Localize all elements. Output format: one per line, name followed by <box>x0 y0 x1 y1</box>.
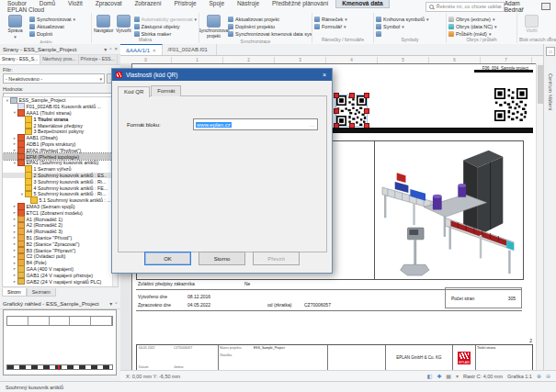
parts-management-icon <box>8 15 22 28</box>
navigator-button[interactable]: Navigátor <box>94 14 113 37</box>
dialog-tab[interactable]: Formát <box>151 85 181 96</box>
conveyor-3d-view[interactable] <box>376 142 522 277</box>
dialog-tab[interactable]: Kód QR <box>118 86 150 97</box>
panel-tab[interactable]: Přístroje - ESS... <box>79 55 118 64</box>
macro-create-icon <box>117 15 130 28</box>
drill-block-icon <box>525 15 539 28</box>
tree-item-icon <box>10 97 17 105</box>
apply-button[interactable]: Převzít <box>253 252 300 265</box>
grid-dropdown-icon[interactable]: ▾ <box>456 373 459 379</box>
zoom-in-icon[interactable]: ⊕ <box>537 373 541 379</box>
ribbon-item[interactable]: Automaticky generovat ▾ <box>134 16 197 22</box>
ribbon-item[interactable]: Symbol ▾ <box>376 23 428 29</box>
selection-handle[interactable] <box>334 93 339 98</box>
ribbon-item-icon <box>134 24 140 29</box>
ribbon-item[interactable]: Obrys (extruze) ▾ <box>448 16 497 22</box>
ribbon-tab[interactable]: Předběžné plánování <box>267 0 334 7</box>
sprava-button[interactable]: Správa ▾ <box>3 14 28 39</box>
ribbon-tab[interactable]: Kmenová data <box>335 0 389 8</box>
plus-icon[interactable]: ✚ <box>437 373 441 379</box>
ribbon-item[interactable]: Aktualizovat <box>29 23 75 29</box>
ok-button[interactable]: OK <box>144 252 191 265</box>
ribbon-tab[interactable]: Zpracovat <box>90 0 128 7</box>
tree-view-tab[interactable]: Seznam <box>27 288 56 297</box>
ribbon-item[interactable]: Obrys (data NC) ▾ <box>448 23 497 29</box>
tree-item[interactable]: ▾ AAA1 (Titulní strana) <box>3 110 118 117</box>
sync-project-icon <box>207 15 221 28</box>
tree-item[interactable]: 2 Souhrnný kusovník artiklů : ES.. <box>3 173 118 179</box>
document-tab[interactable]: &AAA/1/1 × <box>120 44 163 55</box>
tree-item[interactable]: 1 Seznam výřezů <box>3 166 118 173</box>
ribbon-item[interactable]: Sbírka maker <box>134 30 197 37</box>
grid-icon[interactable]: ▦ <box>446 373 451 379</box>
ribbon-item[interactable]: Doplnit <box>29 30 75 37</box>
selection-handle[interactable] <box>364 93 369 98</box>
filter-select[interactable]: - Neaktivováno - ▾ <box>3 73 105 84</box>
ribbon-collapse-icon[interactable]: ⌃ <box>548 36 552 42</box>
ribbon-item[interactable]: Zástupné objekty <box>134 23 197 29</box>
panel-menu-icon[interactable]: ▾ <box>109 300 112 307</box>
ribbon-item[interactable] <box>376 30 428 37</box>
ribbon-item[interactable]: Rámeček ▾ <box>314 16 347 22</box>
tree-item[interactable]: 1 Titulní strana <box>3 116 118 122</box>
selection-handle[interactable] <box>364 108 369 114</box>
ribbon-item[interactable]: Aktualizovat projekt <box>228 16 312 22</box>
page-count-cell: Počet stran 305 <box>445 287 522 308</box>
ribbon-item[interactable]: Formulář ▾ <box>314 23 347 29</box>
ribbon-tab[interactable]: Vložit <box>62 0 88 7</box>
ribbon-group-artikly: Správa ▾ Synchronizovat ▾ <box>1 13 92 43</box>
panel-tab[interactable]: Návrhový pros... <box>40 55 78 64</box>
page-tree: ▾ ESS_Sample_Project F01_002AB.f01 Kusov… <box>2 96 119 287</box>
cancel-button[interactable]: Storno <box>199 252 245 265</box>
ribbon-item[interactable]: Knihovna symbolů ▾ <box>376 16 428 22</box>
ribbon-item-icon <box>314 24 320 29</box>
qr-code-selected[interactable] <box>336 95 367 126</box>
tree-item[interactable]: ▾ EPA1 (Souhrnný kusovník artiklů) <box>3 160 118 166</box>
vytvorit-macro-button[interactable]: Vytvořit <box>115 14 131 37</box>
ribbon-item[interactable]: Doplnění projektu <box>228 23 312 29</box>
ribbon-tab[interactable]: Spoje <box>203 0 230 7</box>
block-format-input[interactable]: www.eplan.cz … <box>193 118 318 130</box>
project-name: ESS_Sample_Project <box>254 346 285 350</box>
search-box[interactable]: Řekněte mi, co chcete udělat. <box>426 2 505 12</box>
selection-handle[interactable] <box>334 108 339 114</box>
panel-menu-icon[interactable]: ▾ <box>104 46 107 52</box>
status-bar: Souhrnný kusovník artiklů <box>0 381 556 392</box>
field-label: od (zkratka) <box>267 302 291 308</box>
tree-item[interactable]: 4 Souhrnný kusovník artiklů : FE... <box>3 185 118 191</box>
user-menu[interactable]: Adam Bednář <box>505 0 556 13</box>
vlozit-button[interactable]: Vložit <box>519 14 544 37</box>
tree-item[interactable]: 2 Materiálové předpisy <box>3 122 118 129</box>
synchronizovat-projekt-button[interactable]: Synchronizovat projekt <box>201 14 226 39</box>
panel-pin-icon[interactable]: ▫ <box>115 300 117 307</box>
field-value: 04.05.2022 <box>187 302 210 308</box>
ribbon-item[interactable]: Synchronizovat kmenová data systému <box>228 30 312 37</box>
ribbon-item-icon <box>376 31 381 37</box>
ribbon-item[interactable]: Průběh (měď) ▾ <box>448 30 497 37</box>
tab-close-icon[interactable]: × <box>153 48 156 53</box>
ribbon-tab[interactable]: Nástroje <box>232 0 265 7</box>
document-tab[interactable]: /F01_002AB.f01 <box>163 44 217 55</box>
dialog-titlebar[interactable]: Vlastnosti (kód QR) × <box>112 69 332 81</box>
ribbon-tab[interactable]: Zobrazení <box>129 0 166 7</box>
dock-options-icon[interactable]: □ <box>546 47 555 56</box>
dialog-close-icon[interactable]: × <box>321 72 328 78</box>
tree-item-icon <box>17 160 25 167</box>
panel-close-icon[interactable]: × <box>114 46 118 52</box>
ribbon-tab[interactable]: Přístroje <box>168 0 201 7</box>
tree-item[interactable]: 3 Souhrnný kusovník artiklů : Ri... <box>3 178 118 185</box>
field-more-icon[interactable]: … <box>310 122 315 128</box>
panel-pin-icon[interactable]: ▫ <box>109 46 111 52</box>
panel-tab[interactable]: Strany - ESS_S... <box>0 55 40 64</box>
qr-properties-dialog: Vlastnosti (kód QR) × Kód QR Formát Form… <box>111 68 333 274</box>
graphical-preview[interactable] <box>3 309 117 375</box>
selection-handle[interactable] <box>349 93 355 98</box>
zoom-out-icon[interactable]: ⊖ <box>546 373 550 379</box>
qr-code[interactable] <box>494 88 528 121</box>
tree-item[interactable]: ▸ GAB2 (24 V napájení signálů PLC) <box>3 278 118 285</box>
tree-view-tab[interactable]: Strom <box>2 288 27 297</box>
ribbon-item[interactable]: Synchronizovat ▾ <box>29 16 75 22</box>
snap-icon[interactable]: ◧ <box>427 373 433 379</box>
tree-item[interactable]: ▾ 5 Souhrnný kusovník artiklů : Ri... <box>3 191 118 197</box>
message-center-tab[interactable]: Centrum hlášení <box>548 60 553 124</box>
